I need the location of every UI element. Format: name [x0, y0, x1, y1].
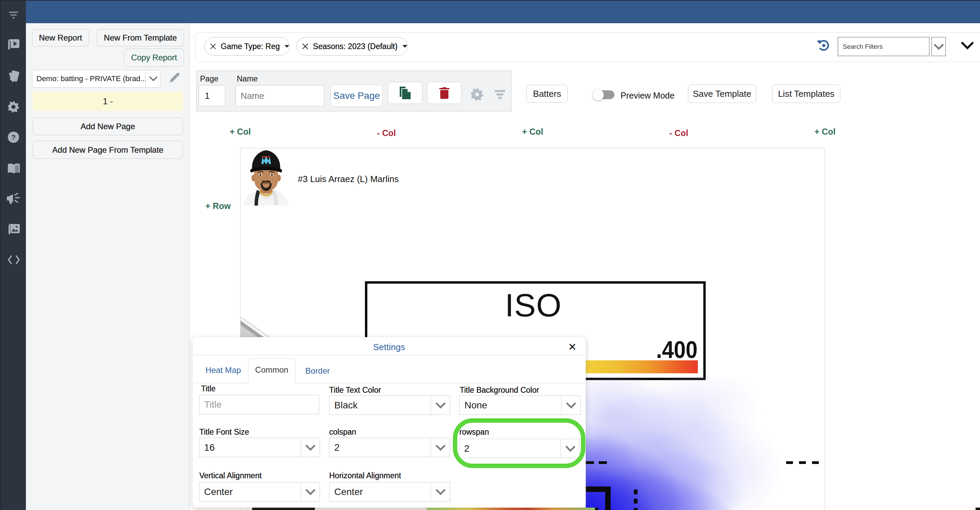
svg-text:?: ?	[11, 133, 16, 141]
